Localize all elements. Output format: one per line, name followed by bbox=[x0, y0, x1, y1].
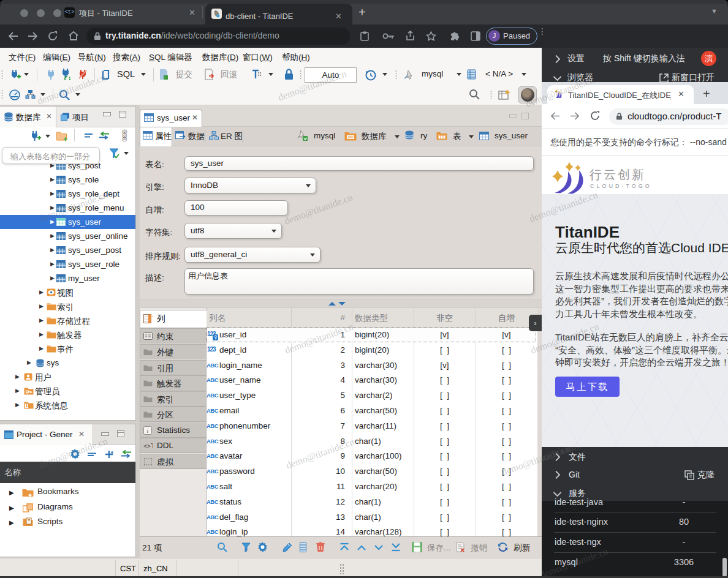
svg-text:i: i bbox=[147, 427, 149, 434]
svg-text:<>T: <>T bbox=[143, 443, 153, 449]
